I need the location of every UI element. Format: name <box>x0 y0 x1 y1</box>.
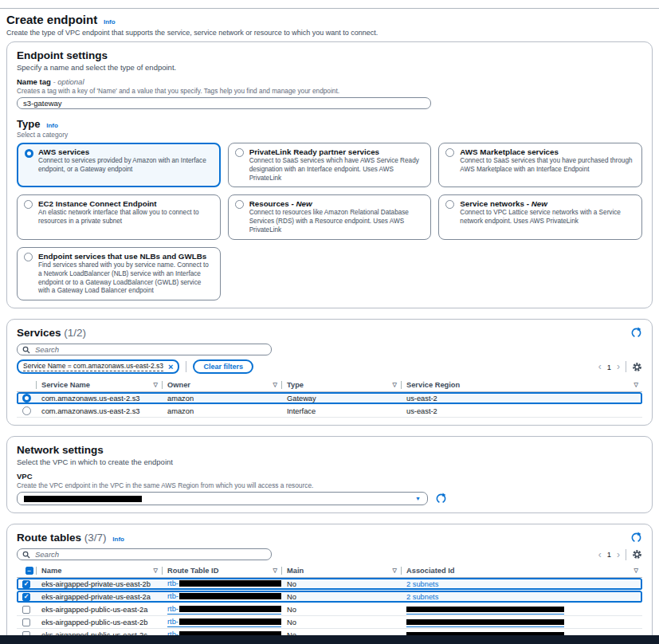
table-row[interactable]: eks-airgapped-public-us-east-2b rtb-… No <box>17 616 642 629</box>
sort-icon: ▽ <box>634 382 638 388</box>
services-search[interactable] <box>17 344 272 355</box>
tile-endpoint-services-nlb-gwlb[interactable]: Endpoint services that use NLBs and GWLB… <box>17 247 221 300</box>
endpoint-settings-card: Endpoint settings Specify a name and sel… <box>6 41 653 308</box>
redacted-id <box>179 593 281 599</box>
services-table: Service Name▽ Owner▽ Type▽ Service Regio… <box>17 379 642 418</box>
row-checkbox[interactable] <box>22 606 30 614</box>
services-search-input[interactable] <box>33 344 266 355</box>
route-tables-table-header: Name▽ Route Table ID▽ Main▽ Associated I… <box>17 564 642 578</box>
radio-icon[interactable] <box>24 253 33 261</box>
network-settings-card: Network settings Select the VPC in which… <box>6 436 653 513</box>
page-title: Create endpoint <box>6 13 97 26</box>
sort-icon: ▽ <box>154 567 158 574</box>
table-row[interactable]: com.amazonaws.us-east-2.s3 amazon Interf… <box>17 405 642 418</box>
clear-filters-button[interactable]: Clear filters <box>193 359 253 374</box>
refresh-icon[interactable] <box>435 493 447 505</box>
column-header-associated-id[interactable]: Associated Id▽ <box>401 564 642 577</box>
route-tables-card: Route tables (3/7) Info ‹ 1 › <box>6 524 653 644</box>
redacted-associated-id[interactable] <box>406 605 564 615</box>
vpc-label: VPC <box>17 472 642 481</box>
subnets-link[interactable]: 2 subnets <box>406 580 438 588</box>
filter-token: Service Name = com.amazonaws.us-east-2.s… <box>17 359 179 374</box>
sort-icon: ▽ <box>634 567 638 574</box>
services-card: Services (1/2) Service Name = com.amazon… <box>6 319 653 426</box>
table-row[interactable]: com.amazonaws.us-east-2.s3 amazon Gatewa… <box>17 392 642 405</box>
route-table-id-link[interactable]: rtb-… <box>167 592 281 602</box>
page-info-link[interactable]: Info <box>104 18 116 26</box>
endpoint-settings-description: Specify a name and select the type of en… <box>17 63 642 72</box>
name-tag-input[interactable] <box>17 97 431 109</box>
vpc-help: Create the VPC endpoint in the VPC in th… <box>17 481 642 489</box>
row-checkbox-checked[interactable] <box>22 580 30 588</box>
tile-service-networks[interactable]: Service networks - New Connect to VPC La… <box>438 194 642 239</box>
radio-icon[interactable] <box>445 148 454 157</box>
sort-icon: ▽ <box>154 382 158 388</box>
row-checkbox-checked[interactable] <box>22 593 30 601</box>
row-radio-selected[interactable] <box>22 394 31 402</box>
radio-icon[interactable] <box>24 200 33 209</box>
column-header-route-table-id[interactable]: Route Table ID▽ <box>162 564 281 577</box>
route-tables-table: Name▽ Route Table ID▽ Main▽ Associated I… <box>17 564 642 644</box>
tile-aws-marketplace-services[interactable]: AWS Marketplace services Connect to SaaS… <box>438 143 642 187</box>
radio-icon[interactable] <box>445 200 454 209</box>
tile-resources[interactable]: Resources - New Connect to resources lik… <box>228 194 432 239</box>
sort-icon: ▽ <box>393 382 397 388</box>
column-header-owner[interactable]: Owner▽ <box>162 379 281 391</box>
page-number[interactable]: 1 <box>607 550 611 559</box>
page-number[interactable]: 1 <box>607 363 611 371</box>
tile-privatelink-partner-services[interactable]: PrivateLink Ready partner services Conne… <box>228 143 432 187</box>
table-settings-gear-icon[interactable] <box>632 362 642 372</box>
sort-icon: ▽ <box>393 567 397 574</box>
previous-page-icon[interactable]: ‹ <box>598 362 602 371</box>
new-badge: - New <box>292 199 312 208</box>
sort-icon: ▽ <box>273 567 277 574</box>
route-tables-search[interactable] <box>17 548 272 560</box>
refresh-icon[interactable] <box>630 532 642 544</box>
route-table-id-link[interactable]: rtb-… <box>167 579 281 589</box>
route-tables-title: Route tables <box>17 532 81 544</box>
route-table-id-link[interactable]: rtb-… <box>167 618 281 627</box>
column-header-name[interactable]: Name▽ <box>36 564 162 577</box>
column-header-service-name[interactable]: Service Name▽ <box>36 379 162 391</box>
subnets-link[interactable]: 2 subnets <box>406 593 438 601</box>
table-row[interactable]: eks-airgapped-private-us-east-2a rtb-… N… <box>17 591 642 603</box>
next-page-icon[interactable]: › <box>617 362 620 371</box>
table-settings-gear-icon[interactable] <box>632 549 642 560</box>
new-badge: - New <box>527 199 547 208</box>
radio-icon[interactable] <box>235 200 244 209</box>
name-tag-label: Name tag - optional <box>17 77 642 86</box>
next-page-icon[interactable]: › <box>617 550 620 560</box>
column-header-main[interactable]: Main▽ <box>281 564 401 577</box>
table-row[interactable]: eks-airgapped-public-us-east-2a rtb-… No <box>17 603 642 616</box>
table-row[interactable]: eks-airgapped-private-us-east-2b rtb-… N… <box>17 578 642 591</box>
page-header: Create endpoint Info Create the type of … <box>0 9 659 41</box>
radio-selected-icon[interactable] <box>25 149 33 158</box>
column-header-service-region[interactable]: Service Region▽ <box>401 379 642 391</box>
route-table-id-link[interactable]: rtb-… <box>167 605 281 615</box>
type-info-link[interactable]: Info <box>46 122 58 129</box>
type-description: Select a category <box>17 131 642 139</box>
search-icon <box>22 551 30 559</box>
token-remove-icon[interactable]: × <box>168 363 173 371</box>
tile-ec2-instance-connect[interactable]: EC2 Instance Connect Endpoint An elastic… <box>17 194 221 239</box>
redacted-associated-id[interactable] <box>406 618 564 627</box>
select-all-checkbox[interactable] <box>25 567 33 575</box>
column-header-type[interactable]: Type▽ <box>281 379 401 391</box>
route-tables-search-input[interactable] <box>33 549 266 560</box>
previous-page-icon[interactable]: ‹ <box>598 550 602 560</box>
row-radio[interactable] <box>22 406 31 415</box>
bottom-dark-bar <box>0 635 659 644</box>
name-tag-optional: - optional <box>53 77 84 86</box>
sort-icon: ▽ <box>273 382 277 388</box>
route-tables-info-link[interactable]: Info <box>112 536 124 543</box>
row-checkbox[interactable] <box>22 618 30 626</box>
radio-icon[interactable] <box>235 148 244 157</box>
services-table-header: Service Name▽ Owner▽ Type▽ Service Regio… <box>17 379 642 392</box>
vpc-select[interactable]: ▼ <box>17 492 428 505</box>
redacted-vpc-value <box>24 496 142 502</box>
redacted-id <box>179 580 281 587</box>
redacted-id <box>179 606 281 612</box>
network-settings-title: Network settings <box>17 444 104 456</box>
refresh-icon[interactable] <box>630 327 642 339</box>
tile-aws-services[interactable]: AWS services Connect to services provide… <box>17 143 221 187</box>
